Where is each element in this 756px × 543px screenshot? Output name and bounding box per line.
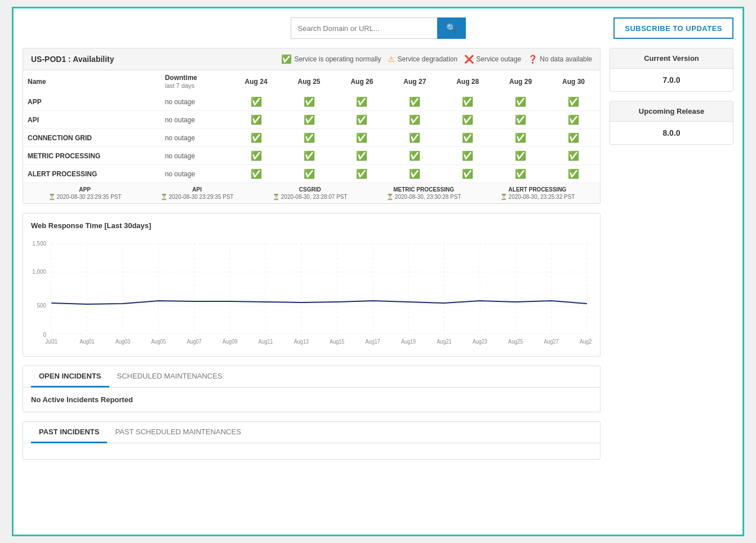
status-cell: ✅ bbox=[388, 111, 441, 129]
past-incidents-panel: PAST INCIDENTS PAST SCHEDULED MAINTENANC… bbox=[23, 421, 601, 460]
status-cell: ✅ bbox=[494, 165, 547, 183]
status-cell: ✅ bbox=[441, 165, 494, 183]
col-aug30: Aug 30 bbox=[547, 70, 600, 93]
availability-table: Name Downtime last 7 days Aug 24 Aug 25 … bbox=[23, 70, 600, 183]
col-name: Name bbox=[23, 70, 161, 93]
legend-nodata: ❓ No data available bbox=[528, 55, 592, 64]
svg-text:500: 500 bbox=[37, 302, 47, 309]
row-name: METRIC PROCESSING bbox=[23, 147, 161, 165]
svg-text:Aug03: Aug03 bbox=[115, 339, 130, 345]
current-version-value: 7.0.0 bbox=[610, 69, 733, 91]
main-layout: US-POD1 : Availability ✅ Service is oper… bbox=[23, 48, 733, 469]
table-row: CONNECTION GRID no outage ✅✅✅✅✅✅✅ bbox=[23, 129, 600, 147]
status-cell: ✅ bbox=[441, 129, 494, 147]
svg-text:1,500: 1,500 bbox=[32, 241, 46, 247]
svg-text:Aug09: Aug09 bbox=[223, 339, 237, 345]
incidents-panel: OPEN INCIDENTS SCHEDULED MAINTENANCES No… bbox=[23, 366, 601, 412]
row-name: API bbox=[23, 111, 161, 129]
tab-open-incidents[interactable]: OPEN INCIDENTS bbox=[31, 366, 109, 388]
table-row: APP no outage ✅✅✅✅✅✅✅ bbox=[23, 93, 600, 111]
upcoming-release-header: Upcoming Release bbox=[610, 101, 733, 122]
upcoming-release-value: 8.0.0 bbox=[610, 122, 733, 144]
status-cell: ✅ bbox=[230, 111, 283, 129]
col-aug25: Aug 25 bbox=[283, 70, 336, 93]
status-cell: ✅ bbox=[230, 129, 283, 147]
status-cell: ✅ bbox=[283, 147, 336, 165]
status-cell: ✅ bbox=[547, 147, 600, 165]
search-area: 🔍 bbox=[291, 17, 466, 39]
svg-text:Aug15: Aug15 bbox=[330, 339, 344, 345]
current-version-panel: Current Version 7.0.0 bbox=[610, 48, 733, 92]
svg-text:1,000: 1,000 bbox=[32, 269, 46, 275]
right-column: Current Version 7.0.0 Upcoming Release 8… bbox=[610, 48, 733, 469]
upcoming-release-panel: Upcoming Release 8.0.0 bbox=[610, 101, 733, 145]
status-cell: ✅ bbox=[283, 93, 336, 111]
search-input[interactable] bbox=[291, 17, 437, 39]
search-button[interactable]: 🔍 bbox=[437, 17, 466, 39]
status-cell: ✅ bbox=[230, 147, 283, 165]
timestamp-value: 2020-08-30 23:29:35 PST bbox=[169, 194, 234, 200]
status-cell: ✅ bbox=[441, 93, 494, 111]
status-cell: ✅ bbox=[335, 111, 388, 129]
status-cell: ✅ bbox=[230, 93, 283, 111]
col-aug29: Aug 29 bbox=[494, 70, 547, 93]
row-downtime: no outage bbox=[161, 165, 230, 183]
tab-past-scheduled-maintenances[interactable]: PAST SCHEDULED MAINTENANCES bbox=[107, 422, 248, 443]
legend-outage: ❌ Service outage bbox=[464, 55, 521, 64]
current-version-header: Current Version bbox=[610, 48, 733, 69]
availability-title: US-POD1 : Availability bbox=[31, 55, 114, 64]
row-name: CONNECTION GRID bbox=[23, 129, 161, 147]
status-cell: ✅ bbox=[335, 147, 388, 165]
svg-text:Aug17: Aug17 bbox=[366, 339, 380, 345]
timestamp-value: 2020-08-30 23:29:35 PST bbox=[57, 194, 122, 200]
status-cell: ✅ bbox=[494, 93, 547, 111]
clock-icon: ⏳ bbox=[386, 194, 393, 200]
status-cell: ✅ bbox=[335, 93, 388, 111]
availability-panel: US-POD1 : Availability ✅ Service is oper… bbox=[23, 48, 601, 204]
legend-normal-label: Service is operating normally bbox=[294, 55, 381, 63]
svg-text:Aug19: Aug19 bbox=[401, 339, 416, 345]
svg-text:Jul31: Jul31 bbox=[45, 339, 57, 345]
timestamp-item: ALERT PROCESSING ⏳ 2020-08-30, 23:25:32 … bbox=[500, 186, 575, 200]
tab-past-incidents[interactable]: PAST INCIDENTS bbox=[31, 422, 107, 443]
svg-text:Aug29: Aug29 bbox=[580, 339, 592, 345]
svg-text:Aug13: Aug13 bbox=[294, 339, 309, 345]
check-icon: ✅ bbox=[281, 54, 292, 64]
table-row: METRIC PROCESSING no outage ✅✅✅✅✅✅✅ bbox=[23, 147, 600, 165]
clock-icon: ⏳ bbox=[500, 194, 507, 200]
legend-degradation-label: Service degradation bbox=[397, 55, 457, 63]
legend: ✅ Service is operating normally ⚠ Servic… bbox=[281, 54, 592, 64]
status-cell: ✅ bbox=[283, 129, 336, 147]
status-cell: ✅ bbox=[441, 147, 494, 165]
error-icon: ❌ bbox=[464, 55, 474, 64]
past-incidents-tab-content bbox=[23, 443, 600, 459]
chart-panel: Web Response Time [Last 30days] 1,500 1,… bbox=[23, 213, 601, 357]
clock-icon: ⏳ bbox=[161, 194, 167, 200]
svg-text:Aug27: Aug27 bbox=[544, 339, 559, 345]
status-cell: ✅ bbox=[230, 165, 283, 183]
incidents-tabs-header: OPEN INCIDENTS SCHEDULED MAINTENANCES bbox=[23, 366, 600, 388]
col-aug26: Aug 26 bbox=[335, 70, 388, 93]
row-name: ALERT PROCESSING bbox=[23, 165, 161, 183]
chart-title: Web Response Time [Last 30days] bbox=[31, 221, 592, 230]
no-incidents-text: No Active Incidents Reported bbox=[31, 395, 133, 404]
row-downtime: no outage bbox=[161, 129, 230, 147]
status-cell: ✅ bbox=[494, 147, 547, 165]
svg-text:Aug21: Aug21 bbox=[437, 339, 451, 345]
status-cell: ✅ bbox=[388, 147, 441, 165]
legend-degradation: ⚠ Service degradation bbox=[388, 55, 457, 64]
status-cell: ✅ bbox=[547, 93, 600, 111]
row-name: APP bbox=[23, 93, 161, 111]
status-cell: ✅ bbox=[494, 129, 547, 147]
left-column: US-POD1 : Availability ✅ Service is oper… bbox=[23, 48, 601, 469]
tab-scheduled-maintenances[interactable]: SCHEDULED MAINTENANCES bbox=[109, 366, 230, 388]
status-cell: ✅ bbox=[547, 129, 600, 147]
status-cell: ✅ bbox=[388, 93, 441, 111]
svg-text:Aug23: Aug23 bbox=[473, 339, 487, 345]
svg-text:0: 0 bbox=[43, 332, 47, 339]
subscribe-button[interactable]: SUBSCRIBE TO UPDATES bbox=[613, 17, 733, 39]
status-cell: ✅ bbox=[283, 165, 336, 183]
legend-outage-label: Service outage bbox=[476, 55, 521, 63]
table-row: ALERT PROCESSING no outage ✅✅✅✅✅✅✅ bbox=[23, 165, 600, 183]
col-aug27: Aug 27 bbox=[388, 70, 441, 93]
